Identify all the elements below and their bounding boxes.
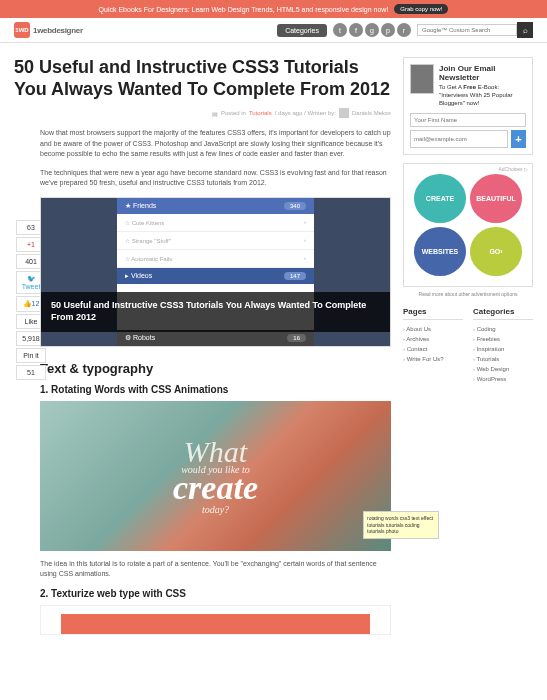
newsletter-name-input[interactable] [410, 113, 526, 127]
feature-row: ☆ Strange "Stuff"› [117, 232, 314, 250]
ad-unit[interactable]: AdChoices ▷ CREATE BEAUTIFUL WEBSITES GO… [403, 163, 533, 287]
pages-heading: Pages [403, 307, 463, 320]
tutorial-1-heading: 1. Rotating Words with CSS Animations [40, 384, 391, 395]
logo-badge: 1WD [14, 22, 30, 38]
category-link[interactable]: WordPress [473, 374, 533, 384]
feature-row: ☆ Automatic Fails› [117, 250, 314, 268]
ad-circle: CREATE [414, 174, 466, 223]
tutorial-2-image[interactable] [40, 605, 391, 635]
friends-count: 340 [284, 202, 306, 210]
feature-image: ★ Friends 340 ☆ Cute Kittens› ☆ Strange … [40, 197, 391, 347]
meta-author[interactable]: Daniels Mekss [352, 110, 391, 116]
page-link[interactable]: Archives [403, 334, 463, 344]
tut1-word-today: today? [173, 505, 258, 515]
site-header: 1WD 1webdesigner Categories t f g p r ⌕ [0, 18, 547, 43]
logo-text: 1webdesigner [33, 26, 83, 35]
page-link[interactable]: Contact [403, 344, 463, 354]
meta-category-link[interactable]: Tutorials [249, 110, 272, 116]
social-icons: t f g p r [333, 23, 411, 37]
ad-circle: GO› [470, 227, 522, 276]
share-pin[interactable]: Pin it [16, 348, 46, 363]
promo-topbar: Quick Ebooks For Designers: Learn Web De… [0, 0, 547, 18]
newsletter-subtitle: To Get A Free E-Book: "Interviews With 2… [439, 84, 526, 107]
tut1-word-what: What [173, 437, 258, 467]
category-link[interactable]: Web Design [473, 364, 533, 374]
category-link[interactable]: Inspiration [473, 344, 533, 354]
feature-robots-footer: ⚙ Robots 16 [117, 330, 314, 346]
videos-count: 147 [284, 272, 306, 280]
ad-options-link[interactable]: Read more about other advertisment optio… [403, 291, 533, 297]
article-title: 50 Useful and Instructive CSS3 Tutorials… [14, 57, 391, 100]
author-avatar [339, 108, 349, 118]
rss-icon[interactable]: r [397, 23, 411, 37]
meta-posted-icon: ▤ [212, 110, 218, 117]
tutorial-2-heading: 2. Texturize web type with CSS [40, 588, 391, 599]
promo-text: Quick Ebooks For Designers: Learn Web De… [99, 6, 389, 13]
feature-row: ☆ Cute Kittens› [117, 214, 314, 232]
search-button[interactable]: ⌕ [517, 22, 533, 38]
image-tooltip: rotating words css3 text effect tutorial… [363, 511, 439, 539]
search-input[interactable] [417, 24, 517, 36]
ad-circle: WEBSITES [414, 227, 466, 276]
categories-heading: Categories [473, 307, 533, 320]
tutorial-1-desc: The idea in this tutorial is to rotate a… [40, 559, 391, 580]
article-meta: ▤ Posted in Tutorials / days ago / Writt… [14, 108, 391, 118]
category-link[interactable]: Tutorials [473, 354, 533, 364]
page-link[interactable]: About Us [403, 324, 463, 334]
robots-count: 16 [287, 334, 306, 342]
ad-label[interactable]: AdChoices ▷ [498, 166, 528, 172]
feature-videos-header: ▸ Videos 147 [117, 268, 314, 284]
category-link[interactable]: Coding [473, 324, 533, 334]
page-link[interactable]: Write For Us? [403, 354, 463, 364]
pages-list: About Us Archives Contact Write For Us? [403, 324, 463, 364]
section-heading: Text & typography [40, 361, 391, 376]
categories-button[interactable]: Categories [277, 24, 327, 37]
sidebar: Join Our Email Newsletter To Get A Free … [403, 57, 533, 641]
share-sh[interactable]: 51 [16, 365, 46, 380]
tutorial-1-image[interactable]: What would you like to create today? rot… [40, 401, 391, 551]
meta-prefix: Posted in [221, 110, 246, 116]
ad-circle: BEAUTIFUL [470, 174, 522, 223]
newsletter-box: Join Our Email Newsletter To Get A Free … [403, 57, 533, 155]
categories-list: Coding Freebies Inspiration Tutorials We… [473, 324, 533, 384]
pinterest-icon[interactable]: p [381, 23, 395, 37]
search-form: ⌕ [417, 22, 533, 38]
feature-overlay-title: 50 Useful and Instructive CSS3 Tutorials… [41, 292, 390, 331]
intro-para-2: The techniques that were new a year ago … [40, 168, 391, 189]
meta-mid: / days ago / Written by: [275, 110, 336, 116]
facebook-icon[interactable]: f [349, 23, 363, 37]
newsletter-email-input[interactable] [410, 130, 508, 148]
intro-para-1: Now that most browsers support the major… [40, 128, 391, 160]
site-logo[interactable]: 1WD 1webdesigner [14, 22, 83, 38]
ebook-icon [410, 64, 434, 94]
category-link[interactable]: Freebies [473, 334, 533, 344]
promo-cta-button[interactable]: Grab copy now! [394, 4, 448, 14]
google-icon[interactable]: g [365, 23, 379, 37]
newsletter-submit-button[interactable]: + [511, 130, 526, 148]
twitter-icon[interactable]: t [333, 23, 347, 37]
feature-friends-header: ★ Friends 340 [117, 198, 314, 214]
tut1-word-create: create [173, 471, 258, 505]
newsletter-title: Join Our Email Newsletter [439, 64, 526, 82]
